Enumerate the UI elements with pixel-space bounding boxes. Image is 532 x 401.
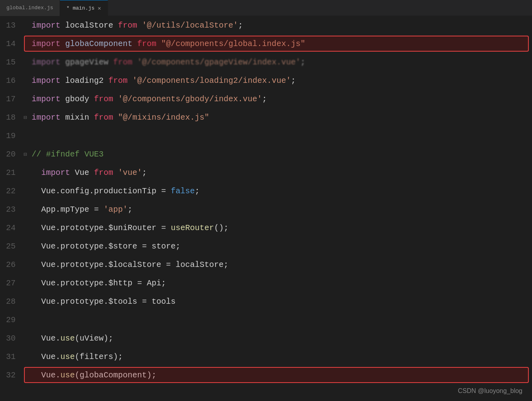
code-line-30: 30 Vue.use(uView); — [0, 329, 532, 347]
token-var-name: globaComponent — [60, 39, 137, 48]
token-kw-from: from — [118, 21, 137, 30]
token-kw-from: from — [137, 39, 156, 48]
line-number: 27 — [0, 279, 22, 288]
token-plain: Vue.prototype.$uniRouter — [32, 223, 161, 233]
code-line-25: 25 Vue.prototype.$store = store; — [0, 237, 532, 255]
token-method: use — [60, 352, 75, 361]
code-line-17: 17import gbody from '@/components/gbody/… — [0, 90, 532, 108]
token-str-single: '@/components/gbody/index.vue' — [118, 94, 262, 104]
line-number: 16 — [0, 76, 22, 85]
token-kw-import: import — [41, 168, 70, 177]
code-line-21: 21 import Vue from 'vue'; — [0, 163, 532, 182]
token-kw-import: import — [32, 76, 60, 85]
line-number: 21 — [0, 168, 22, 177]
token-plain — [132, 58, 137, 67]
token-kw-import: import — [32, 94, 60, 104]
token-kw-import: import — [32, 113, 60, 122]
code-line-31: 31 Vue.use(filters); — [0, 347, 532, 366]
code-content: Vue.prototype.$tools = tools — [28, 297, 532, 306]
code-line-16: 16import loading2 from '@/components/loa… — [0, 71, 532, 90]
code-line-18: 18⊟import mixin from "@/mixins/index.js" — [0, 108, 532, 126]
token-kw-from: from — [94, 113, 113, 122]
token-comment: // #ifndef VUE3 — [32, 150, 104, 159]
token-plain: (); — [214, 223, 228, 233]
code-content: // #ifndef VUE3 — [28, 150, 532, 159]
line-number: 23 — [0, 205, 22, 214]
code-line-32: 32 Vue.use(globaComponent); — [0, 366, 532, 384]
code-line-27: 27 Vue.prototype.$http = Api; — [0, 274, 532, 292]
code-content: Vue.prototype.$uniRouter = useRouter(); — [28, 223, 532, 233]
token-plain — [32, 131, 36, 140]
token-plain: store; — [147, 242, 180, 251]
token-plain: ; — [195, 186, 200, 196]
code-content: Vue.config.productionTip = false; — [28, 186, 532, 196]
token-plain — [156, 39, 161, 48]
line-number: 32 — [0, 371, 22, 380]
token-kw-false: false — [171, 186, 195, 196]
token-operator: = — [142, 297, 147, 306]
fold-icon[interactable]: ⊟ — [22, 114, 28, 121]
token-plain — [137, 21, 142, 30]
code-content: import localStore from '@/utils/localSto… — [28, 21, 532, 30]
token-plain: localStore; — [171, 260, 228, 269]
tab-bar: global.index.js * main.js ✕ — [0, 0, 532, 16]
token-plain: ; — [238, 21, 243, 30]
token-method: useRouter — [171, 223, 214, 233]
token-plain: localStore — [60, 21, 118, 30]
token-plain — [166, 223, 171, 233]
line-number: 28 — [0, 297, 22, 306]
token-plain — [99, 205, 104, 214]
code-line-28: 28 Vue.prototype.$tools = tools — [0, 292, 532, 311]
token-method: use — [60, 371, 75, 380]
token-method: use — [60, 334, 75, 343]
line-number: 22 — [0, 186, 22, 196]
token-plain: Vue. — [32, 371, 60, 380]
code-line-22: 22 Vue.config.productionTip = false; — [0, 182, 532, 200]
tab-label: * main.js — [66, 5, 94, 11]
token-plain: Vue.prototype.$http — [32, 279, 137, 288]
code-content: App.mpType = 'app'; — [28, 205, 532, 214]
code-line-20: 20⊟// #ifndef VUE3 — [0, 145, 532, 163]
code-content: import gpageView from '@/components/gpag… — [28, 58, 532, 67]
code-line-15: 15import gpageView from '@/components/gp… — [0, 53, 532, 71]
token-plain: App.mpType — [32, 205, 94, 214]
token-plain: Vue.prototype.$localStore — [32, 260, 166, 269]
token-operator: = — [161, 186, 166, 196]
token-plain: Vue. — [32, 334, 60, 343]
token-str-single: 'app' — [104, 205, 128, 214]
code-content: Vue.use(globaComponent); — [28, 371, 532, 380]
token-plain: Vue.prototype.$store — [32, 242, 142, 251]
code-content: import gbody from '@/components/gbody/in… — [28, 94, 532, 104]
token-str-double: "@/components/global.index.js" — [161, 39, 305, 48]
token-plain: Vue.prototype.$tools — [32, 297, 142, 306]
line-number: 20 — [0, 150, 22, 159]
fold-icon[interactable]: ⊟ — [22, 151, 28, 158]
tab-main-js[interactable]: * main.js ✕ — [60, 0, 108, 16]
token-str-double: "@/mixins/index.js" — [118, 113, 209, 122]
line-number: 13 — [0, 21, 22, 30]
token-kw-import: import — [32, 58, 60, 67]
line-number: 29 — [0, 315, 22, 325]
token-plain: ; — [142, 168, 147, 177]
token-kw-from: from — [113, 58, 132, 67]
code-content: Vue.prototype.$localStore = localStore; — [28, 260, 532, 269]
code-line-23: 23 App.mpType = 'app'; — [0, 200, 532, 219]
token-plain: gbody — [60, 94, 94, 104]
token-plain: mixin — [60, 113, 94, 122]
tab-label: global.index.js — [6, 5, 53, 11]
token-plain — [128, 76, 132, 85]
code-line-19: 19 — [0, 126, 532, 145]
token-plain — [32, 315, 36, 325]
token-plain: (uView); — [75, 334, 113, 343]
token-plain: gpageView — [60, 58, 113, 67]
token-str-single: '@/components/loading2/index.vue' — [132, 76, 291, 85]
line-number: 24 — [0, 223, 22, 233]
token-plain: ; — [262, 94, 267, 104]
code-content: import Vue from 'vue'; — [28, 168, 532, 177]
close-icon[interactable]: ✕ — [98, 5, 101, 12]
code-content: Vue.prototype.$http = Api; — [28, 279, 532, 288]
token-plain: loading2 — [60, 76, 108, 85]
token-str-single: 'vue' — [118, 168, 142, 177]
code-line-14: 14import globaComponent from "@/componen… — [0, 34, 532, 53]
tab-global-index[interactable]: global.index.js — [0, 0, 60, 16]
